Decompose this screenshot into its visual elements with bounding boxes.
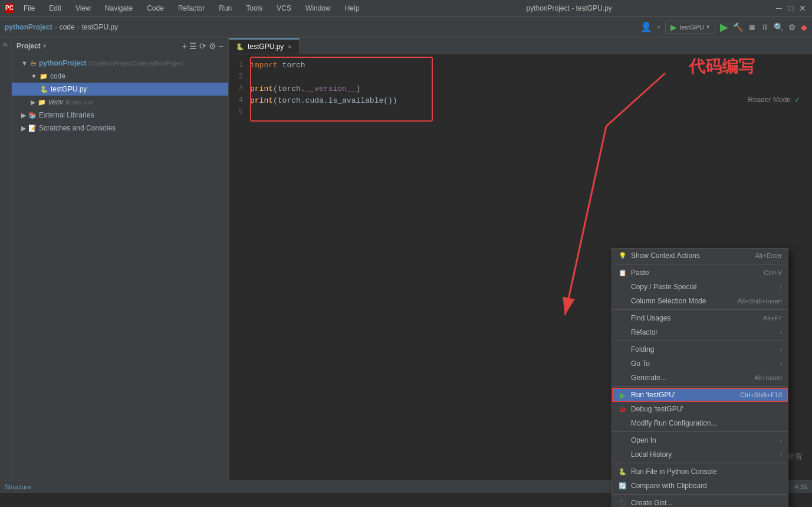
project-panel-toggle[interactable]: P <box>1 40 11 50</box>
find-usages-icon <box>618 313 627 323</box>
ctx-paste[interactable]: 📋 Paste Ctrl+V <box>612 266 788 280</box>
user-icon[interactable]: 👤 <box>640 21 652 32</box>
ctx-copy-paste-arrow: › <box>780 284 782 290</box>
tree-header: Project ▾ + ☰ ⟳ ⚙ − <box>12 38 228 54</box>
editor-area: 🐍 testGPU.py ✕ Reader Mode ✓ 1 import to… <box>229 38 812 480</box>
ctx-sep-1 <box>612 264 788 264</box>
pause-button[interactable]: ⏸ <box>761 22 769 32</box>
ctx-refactor[interactable]: Refactor › <box>612 325 788 339</box>
build-button[interactable]: 🔨 <box>733 22 743 32</box>
tree-sync-icon[interactable]: ⟳ <box>199 41 206 51</box>
ctx-find-usages-label: Find Usages <box>631 314 670 322</box>
minimize-button[interactable]: ─ <box>774 4 784 13</box>
run-python-console-icon: 🐍 <box>618 467 627 476</box>
app-menu-view[interactable]: View <box>71 3 96 14</box>
ctx-modify-run[interactable]: Modify Run Configuration... <box>612 416 788 430</box>
structure-label[interactable]: Structure <box>5 483 31 490</box>
paste-icon: 📋 <box>618 268 627 277</box>
project-expand-icon: ▼ <box>21 60 28 67</box>
scratches-label: Scratches and Consoles <box>39 124 116 132</box>
ctx-sep-2 <box>612 309 788 310</box>
tree-item-venv[interactable]: ▶ 📁 venv library root <box>12 96 228 109</box>
code-line-3: 3 print(torch.__version__) <box>229 83 812 94</box>
breadcrumb-file[interactable]: testGPU.py <box>82 23 118 31</box>
ctx-create-gist[interactable]: ⚫ Create Gist... <box>612 496 788 507</box>
stop-button[interactable]: ⏹ <box>748 22 756 32</box>
app-menu-file[interactable]: File <box>19 3 40 14</box>
tree-item-ext-libs[interactable]: ▶ 📚 External Libraries <box>12 109 228 122</box>
ctx-modify-run-label: Modify Run Configuration... <box>631 419 716 427</box>
toolbar-right: 👤 ▾ ▶ testGPU ▾ ▶ 🔨 ⏹ ⏸ 🔍 ⚙ ◆ <box>640 21 807 34</box>
app-menu-navigate[interactable]: Navigate <box>100 3 137 14</box>
app-menu-refactor[interactable]: Refactor <box>173 3 209 14</box>
line-num-4: 4 <box>229 96 250 104</box>
debug-testgpu-icon: 🐞 <box>618 404 627 414</box>
ctx-show-context-actions[interactable]: 💡 Show Context Actions Alt+Enter <box>612 248 788 263</box>
context-menu: 💡 Show Context Actions Alt+Enter 📋 Paste… <box>612 248 788 507</box>
breadcrumb-code[interactable]: code <box>60 23 75 31</box>
ctx-run-testgpu-label: Run 'testGPU' <box>631 391 675 399</box>
ctx-folding[interactable]: Folding › <box>612 342 788 356</box>
breadcrumb-sep2: › <box>77 23 80 31</box>
tree-item-code[interactable]: ▼ 📁 code <box>12 70 228 83</box>
ctx-copy-paste-special[interactable]: Copy / Paste Special › <box>612 280 788 294</box>
close-button[interactable]: ✕ <box>798 4 807 13</box>
toolbar: pythonProject › code › testGPU.py 👤 ▾ ▶ … <box>0 17 812 38</box>
ctx-local-history[interactable]: Local History › <box>612 447 788 462</box>
extlibs-icon: 📚 <box>28 112 37 119</box>
ctx-show-context-shortcut: Alt+Enter <box>755 252 782 259</box>
app-menu-run[interactable]: Run <box>214 3 236 14</box>
open-in-icon <box>618 436 627 445</box>
ctx-find-usages[interactable]: Find Usages Alt+F7 <box>612 311 788 325</box>
ctx-open-in[interactable]: Open In › <box>612 433 788 447</box>
scratches-expand-icon: ▶ <box>21 125 26 132</box>
window-title: pythonProject - testGPU.py <box>526 4 612 12</box>
tab-label: testGPU.py <box>248 42 284 51</box>
tab-testgpu[interactable]: 🐍 testGPU.py ✕ <box>229 38 300 54</box>
run-config-button[interactable]: ▶ testGPU ▾ <box>665 21 715 34</box>
app-menu-help[interactable]: Help <box>340 3 364 14</box>
ctx-generate-shortcut: Alt+Insert <box>754 374 782 381</box>
tree-add-icon[interactable]: + <box>182 41 187 51</box>
ctx-goto[interactable]: Go To › <box>612 356 788 371</box>
ctx-debug-testgpu-label: Debug 'testGPU' <box>631 405 683 413</box>
side-icons-panel: P <box>0 38 12 480</box>
ctx-compare-clipboard[interactable]: 🔄 Compare with Clipboard <box>612 479 788 493</box>
tree-item-testgpu[interactable]: 🐍 testGPU.py <box>12 83 228 96</box>
search-button[interactable]: 🔍 <box>774 22 784 32</box>
run-button[interactable]: ▶ <box>720 21 728 34</box>
tree-item-project[interactable]: ▼ 🗁 pythonProject D:\pythonProjectCode\p… <box>12 57 228 70</box>
ctx-run-testgpu[interactable]: ▶ Run 'testGPU' Ctrl+Shift+F10 <box>612 388 788 402</box>
app-menu-vcs[interactable]: VCS <box>272 3 296 14</box>
testgpu-filename: testGPU.py <box>51 85 87 93</box>
tree-item-scratches[interactable]: ▶ 📝 Scratches and Consoles <box>12 122 228 135</box>
code-folder-label: code <box>50 72 65 80</box>
app-menu-window[interactable]: Window <box>301 3 336 14</box>
title-bar: PC File Edit View Navigate Code Refactor… <box>0 0 812 17</box>
refactor-icon <box>618 328 627 337</box>
tree-list-icon[interactable]: ☰ <box>189 41 197 51</box>
app-menu-tools[interactable]: Tools <box>241 3 267 14</box>
ctx-sep-6 <box>612 463 788 463</box>
tab-close-button[interactable]: ✕ <box>287 44 292 50</box>
ctx-copy-paste-label: Copy / Paste Special <box>631 283 696 291</box>
ctx-create-gist-label: Create Gist... <box>631 499 673 507</box>
ctx-column-mode[interactable]: Column Selection Mode Alt+Shift+Insert <box>612 294 788 308</box>
py-tab-icon: 🐍 <box>236 43 244 51</box>
ctx-sep-4 <box>612 386 788 387</box>
ctx-run-python-console[interactable]: 🐍 Run File in Python Console <box>612 465 788 479</box>
maximize-button[interactable]: □ <box>786 4 795 13</box>
app-menu-code[interactable]: Code <box>142 3 169 14</box>
tree-title-arrow[interactable]: ▾ <box>43 42 46 49</box>
ctx-refactor-arrow: › <box>780 329 782 336</box>
ctx-column-mode-label: Column Selection Mode <box>631 297 706 305</box>
run-config-arrow: ▾ <box>706 23 710 31</box>
tree-settings-icon[interactable]: ⚙ <box>209 41 216 51</box>
venv-label: venv <box>48 98 63 106</box>
tree-close-icon[interactable]: − <box>219 41 223 51</box>
ctx-debug-testgpu[interactable]: 🐞 Debug 'testGPU' <box>612 402 788 416</box>
ctx-generate[interactable]: Generate... Alt+Insert <box>612 371 788 385</box>
app-menu-edit[interactable]: Edit <box>44 3 66 14</box>
settings-button[interactable]: ⚙ <box>788 22 796 32</box>
breadcrumb-project[interactable]: pythonProject <box>5 23 52 31</box>
